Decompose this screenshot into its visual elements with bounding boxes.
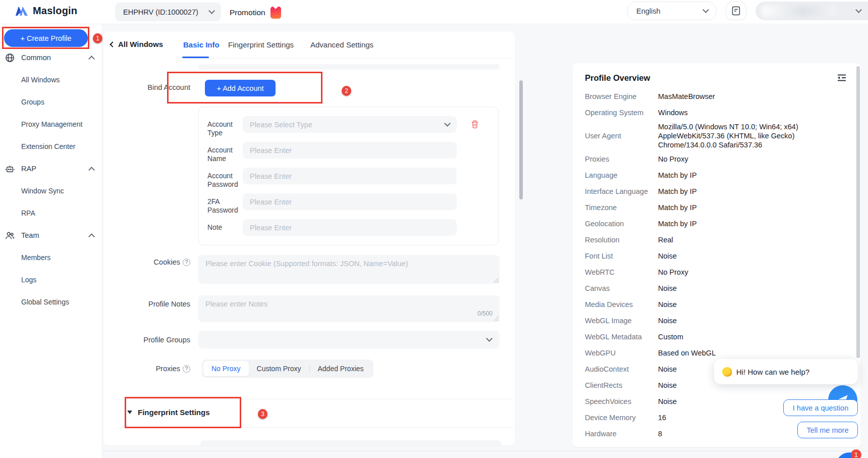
sidebar-item[interactable]: Logs	[0, 269, 102, 291]
account-card: Account Type Please Select Type Account …	[198, 107, 499, 245]
sidebar-item[interactable]: Window Sync	[0, 180, 102, 202]
chat-greeting-bubble[interactable]: Hi! How can we help?	[714, 359, 858, 384]
tab-fingerprint-settings[interactable]: Fingerprint Settings	[228, 40, 294, 49]
chevron-up-icon	[88, 56, 95, 62]
proxy-type-switch: No Proxy Custom Proxy Added Proxies	[202, 360, 373, 378]
help-icon[interactable]: ?	[183, 259, 190, 266]
topbar: Maslogin EHPHRV (ID:1000027) Promotion E…	[0, 0, 868, 24]
sidebar-item[interactable]: Groups	[0, 91, 102, 113]
overview-row-label: Interface Language	[585, 187, 658, 195]
promotion-label: Promotion	[230, 8, 265, 17]
annotation-badge-2: 2	[342, 86, 351, 96]
globe-icon	[5, 53, 15, 63]
workspace-dropdown[interactable]: EHPHRV (ID:1000027)	[115, 3, 221, 21]
tab-advanced-settings[interactable]: Advanced Settings	[310, 40, 373, 49]
overview-row-label: Geolocation	[585, 220, 658, 228]
overview-row-value: No Proxy	[658, 268, 846, 277]
create-profile-button[interactable]: + Create Profile	[4, 29, 88, 47]
overview-row-label: WebGPU	[585, 349, 658, 357]
overview-row: Canvas Noise	[585, 280, 846, 296]
collapse-panel-icon[interactable]	[837, 74, 846, 82]
chevron-down-icon	[855, 7, 862, 13]
proxies-label: Proxies	[156, 365, 180, 373]
back-label: All Windows	[118, 40, 163, 48]
robot-icon	[5, 164, 15, 174]
add-account-button[interactable]: + Add Account	[205, 80, 276, 96]
overview-row: Geolocation Match by IP	[585, 216, 846, 232]
account-type-select[interactable]: Please Select Type	[243, 116, 457, 133]
user-name-redacted	[762, 6, 837, 17]
fingerprint-settings-header[interactable]: Fingerprint Settings	[127, 408, 210, 417]
proxy-tab-no-proxy[interactable]: No Proxy	[203, 361, 249, 376]
sidebar-group-label: RAP	[21, 165, 36, 173]
overview-row: WebGL Image Noise	[585, 313, 846, 329]
note-label: Note	[207, 223, 240, 232]
profile-groups-label: Profile Groups	[116, 336, 190, 344]
language-dropdown[interactable]: English	[627, 2, 717, 20]
sidebar-group-common[interactable]: Common	[0, 46, 102, 69]
account-name-input[interactable]	[243, 142, 457, 159]
sidebar-item[interactable]: RPA	[0, 202, 102, 224]
back-to-all-windows[interactable]: All Windows	[111, 40, 163, 48]
overview-row-label: WebGL Metadata	[585, 333, 658, 341]
annotation-badge-1: 1	[93, 33, 102, 43]
overview-scrollbar-thumb[interactable]	[856, 66, 860, 358]
docs-button[interactable]	[726, 2, 746, 20]
sidebar-item[interactable]: Members	[0, 246, 102, 269]
sidebar-group-rap[interactable]: RAP	[0, 158, 102, 180]
overview-row-label: Timezone	[585, 203, 658, 212]
profile-notes-textarea[interactable]	[198, 295, 500, 322]
proxy-tab-custom-proxy[interactable]: Custom Proxy	[249, 361, 309, 376]
sidebar-item[interactable]: Proxy Management	[0, 113, 102, 135]
overview-row: Interface Language Match by IP	[585, 183, 846, 199]
overview-row: Font List Noise	[585, 248, 846, 264]
twofa-password-input[interactable]	[243, 193, 457, 210]
overview-row-label: Proxies	[585, 155, 658, 163]
profile-notes-label: Profile Notes	[116, 300, 190, 308]
profile-editor-panel: All Windows Basic Info Fingerprint Setti…	[103, 32, 515, 445]
sidebar-group-team[interactable]: Team	[0, 224, 102, 246]
sidebar-item[interactable]: Global Settings	[0, 291, 102, 313]
sidebar-item[interactable]: Extension Center	[0, 135, 102, 158]
document-icon	[732, 6, 740, 16]
chevron-down-icon	[486, 335, 493, 342]
overview-row-label: C	[585, 446, 658, 447]
account-password-input[interactable]	[243, 168, 457, 184]
brand-name: Maslogin	[33, 5, 77, 17]
overview-row: User Agent Mozilla/5.0 (Windows NT 10.0;…	[585, 121, 846, 151]
chevron-down-icon	[208, 8, 215, 14]
overview-row-label: Hardware	[585, 430, 658, 438]
chevron-down-icon	[702, 7, 709, 13]
sidebar-item[interactable]: All Windows	[0, 69, 102, 91]
overview-row: Browser Engine MasMateBrowser	[585, 88, 846, 105]
help-icon[interactable]: ?	[183, 365, 190, 373]
bind-account-label: Bind Account	[116, 83, 190, 91]
overview-row-label: WebRTC	[585, 268, 658, 276]
profile-groups-select[interactable]	[198, 331, 500, 348]
user-account-dropdown[interactable]	[755, 2, 868, 20]
note-input[interactable]	[243, 219, 457, 236]
select-placeholder: Please Select Type	[250, 121, 445, 129]
trash-icon	[470, 120, 480, 129]
cookies-textarea[interactable]	[198, 255, 500, 284]
sidebar-group-label: Team	[21, 231, 39, 239]
delete-account-button[interactable]	[470, 119, 480, 129]
overview-row: Media Devices Noise	[585, 296, 846, 313]
chat-more-button[interactable]: Tell me more	[797, 422, 858, 438]
overview-row-value: Match by IP	[658, 203, 846, 212]
tab-basic-info[interactable]: Basic Info	[183, 40, 220, 49]
overview-row: Proxies No Proxy	[585, 151, 846, 167]
chat-question-button[interactable]: I have a question	[783, 399, 858, 416]
proxies-label-row: Proxies ?	[116, 365, 190, 373]
promotion-link[interactable]: Promotion	[230, 7, 281, 19]
overview-row: C	[585, 442, 846, 447]
overview-row-value: Custom	[658, 332, 846, 341]
proxy-tab-added-proxies[interactable]: Added Proxies	[310, 361, 372, 376]
account-password-label: Account Password	[207, 172, 240, 189]
overview-row-label: User Agent	[585, 132, 658, 140]
main-scrollbar-thumb[interactable]	[519, 80, 523, 199]
brand-logo: Maslogin	[15, 5, 77, 17]
overview-title: Profile Overview	[585, 73, 837, 83]
page-bottom-divider	[103, 451, 868, 451]
caret-down-icon	[127, 411, 132, 414]
